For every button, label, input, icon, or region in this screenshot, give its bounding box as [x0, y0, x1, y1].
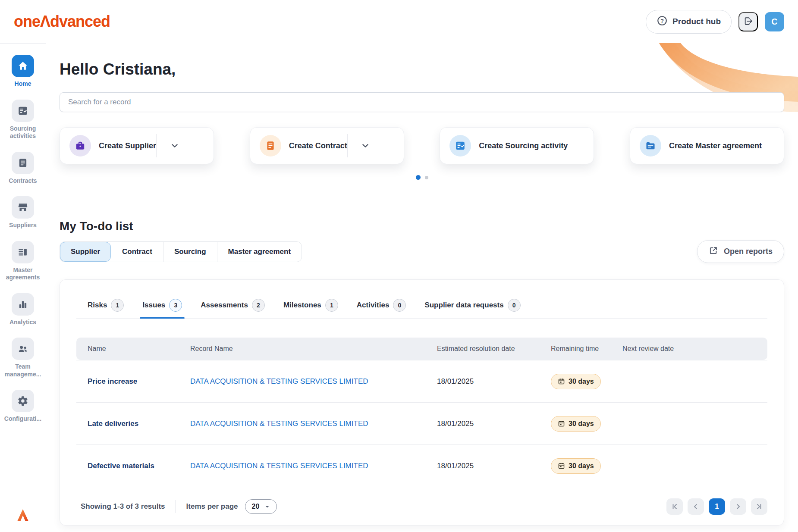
contract-document-icon: [260, 135, 281, 156]
sidebar-item-home[interactable]: Home: [2, 55, 44, 88]
team-management-icon: [12, 338, 34, 360]
sidebar-item-analytics[interactable]: Analytics: [2, 293, 44, 326]
sidebar: Home Sourcing activities Contracts Suppl…: [0, 43, 46, 532]
record-name-link[interactable]: DATA ACQUISITION & TESTING SERVICES LIMI…: [190, 377, 437, 386]
create-contract-card[interactable]: Create Contract: [250, 127, 404, 164]
calendar-icon: [558, 378, 565, 385]
filter-supplier[interactable]: Supplier: [60, 242, 111, 262]
carousel-dot-1[interactable]: [416, 175, 421, 180]
svg-text:?: ?: [660, 17, 664, 24]
tab-activities[interactable]: Activities 0: [357, 299, 406, 318]
remaining-time-chip: 30 days: [551, 458, 601, 474]
card-carousel-dots: [60, 175, 784, 180]
tab-supplier-data-requests[interactable]: Supplier data requests 0: [424, 299, 520, 318]
issue-name-link[interactable]: Defective materials: [76, 462, 190, 470]
issue-name-link[interactable]: Late deliveries: [76, 419, 190, 428]
last-page-button[interactable]: [751, 498, 767, 515]
sidebar-item-suppliers[interactable]: Suppliers: [2, 196, 44, 229]
master-agreements-icon: [12, 241, 34, 263]
calendar-icon: [558, 420, 565, 427]
sidebar-item-master-agreements[interactable]: Master agreements: [2, 241, 44, 282]
create-sourcing-activity-card[interactable]: Create Sourcing activity: [440, 127, 594, 164]
items-per-page-select[interactable]: 20: [245, 499, 277, 514]
carousel-dot-2[interactable]: [425, 176, 428, 179]
contracts-icon: [12, 152, 34, 174]
first-page-button[interactable]: [666, 498, 683, 515]
open-reports-button[interactable]: Open reports: [697, 240, 784, 263]
record-search-input[interactable]: [60, 92, 784, 112]
sidebar-item-sourcing-activities[interactable]: Sourcing activities: [2, 100, 44, 140]
tab-count-badge: 2: [252, 299, 265, 312]
calendar-icon: [558, 462, 565, 469]
tab-milestones[interactable]: Milestones 1: [283, 299, 338, 318]
configuration-icon: [12, 390, 34, 412]
record-name-link[interactable]: DATA ACQUISITION & TESTING SERVICES LIMI…: [190, 419, 437, 428]
create-contract-dropdown[interactable]: [347, 134, 383, 157]
product-hub-button[interactable]: ? Product hub: [646, 10, 732, 34]
table-row: Defective materials DATA ACQUISITION & T…: [76, 444, 767, 487]
sourcing-checklist-icon: [449, 135, 471, 156]
items-per-page-label: Items per page: [186, 502, 238, 511]
results-summary: Showing 1-3 of 3 results: [81, 502, 165, 511]
sidebar-item-configuration[interactable]: Configurati...: [2, 390, 44, 423]
product-hub-label: Product hub: [672, 17, 721, 26]
tab-issues[interactable]: Issues 3: [142, 299, 182, 318]
table-footer: Showing 1-3 of 3 results Items per page …: [76, 498, 767, 515]
todo-tabs: Risks 1 Issues 3 Assessments 2 Milestone…: [76, 299, 767, 319]
chevron-down-icon: [361, 142, 369, 150]
quick-create-cards: Create Supplier Create Contract Create S…: [60, 127, 784, 164]
external-link-icon: [709, 246, 718, 257]
folder-icon: [640, 135, 661, 156]
logout-icon: [744, 16, 753, 27]
home-icon: [12, 55, 34, 77]
table-row: Late deliveries DATA ACQUISITION & TESTI…: [76, 402, 767, 444]
briefcase-icon: [69, 135, 91, 156]
chevron-right-icon: [735, 503, 741, 510]
analytics-icon: [12, 293, 34, 316]
greeting-heading: Hello Cristiana,: [60, 60, 784, 78]
todo-panel: Risks 1 Issues 3 Assessments 2 Milestone…: [60, 279, 784, 526]
user-avatar[interactable]: C: [765, 12, 784, 31]
estimated-resolution-date: 18/01/2025: [437, 419, 551, 428]
remaining-time-chip: 30 days: [551, 374, 601, 389]
last-page-icon: [756, 503, 763, 510]
create-supplier-card[interactable]: Create Supplier: [60, 127, 214, 164]
logout-button[interactable]: [738, 12, 758, 31]
help-icon: ?: [657, 15, 668, 28]
sidebar-item-team-management[interactable]: Team manageme...: [2, 338, 44, 378]
page-1-button[interactable]: 1: [709, 498, 725, 515]
tab-risks[interactable]: Risks 1: [88, 299, 124, 318]
tab-assessments[interactable]: Assessments 2: [201, 299, 265, 318]
app-header: oneΛdvanced ? Product hub C: [0, 0, 798, 43]
sourcing-activities-icon: [12, 100, 34, 122]
tab-count-badge: 1: [111, 299, 124, 312]
first-page-icon: [671, 503, 678, 510]
todo-list-title: My To-do list: [60, 219, 784, 233]
tab-count-badge: 3: [169, 299, 182, 312]
remaining-time-chip: 30 days: [551, 416, 601, 432]
filter-contract[interactable]: Contract: [111, 242, 163, 262]
tab-count-badge: 1: [325, 299, 338, 312]
next-page-button[interactable]: [730, 498, 746, 515]
chevron-down-icon: [171, 142, 179, 150]
decorative-ribbon: [634, 43, 798, 134]
pagination: 1: [666, 498, 767, 515]
estimated-resolution-date: 18/01/2025: [437, 377, 551, 386]
todo-filter-group: Supplier Contract Sourcing Master agreem…: [60, 241, 302, 262]
filter-sourcing[interactable]: Sourcing: [163, 242, 217, 262]
table-row: Price increase DATA ACQUISITION & TESTIN…: [76, 360, 767, 402]
estimated-resolution-date: 18/01/2025: [437, 462, 551, 470]
create-master-agreement-card[interactable]: Create Master agreement: [630, 127, 784, 164]
oneadvanced-caret-logo: [16, 508, 30, 524]
chevron-down-icon: [264, 504, 270, 510]
previous-page-button[interactable]: [688, 498, 704, 515]
tab-count-badge: 0: [508, 299, 521, 312]
record-name-link[interactable]: DATA ACQUISITION & TESTING SERVICES LIMI…: [190, 462, 437, 470]
sidebar-item-contracts[interactable]: Contracts: [2, 152, 44, 185]
tab-count-badge: 0: [393, 299, 406, 312]
create-supplier-dropdown[interactable]: [156, 134, 192, 157]
oneadvanced-logo: oneΛdvanced: [14, 13, 110, 31]
filter-master-agreement[interactable]: Master agreement: [217, 242, 302, 262]
issue-name-link[interactable]: Price increase: [76, 377, 190, 386]
chevron-left-icon: [692, 503, 699, 510]
